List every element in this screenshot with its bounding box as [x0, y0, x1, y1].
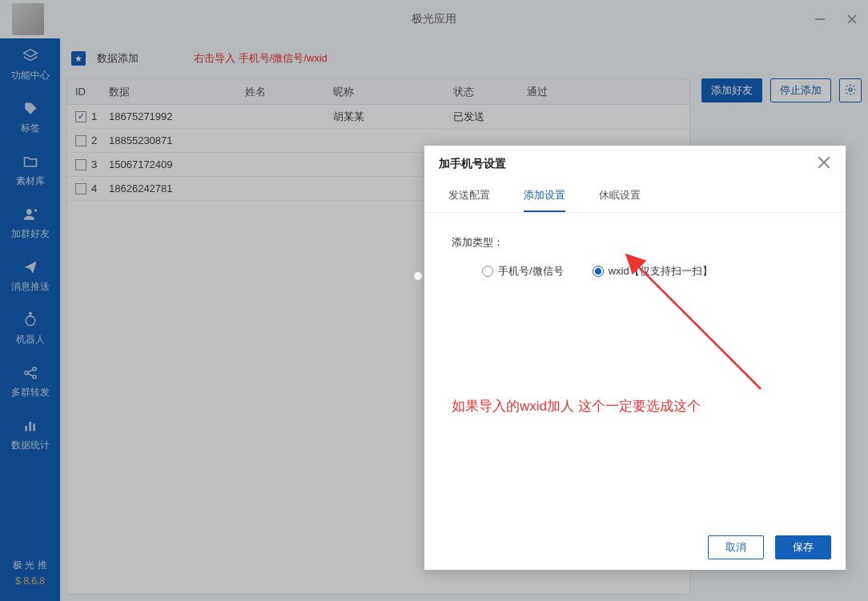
save-button[interactable]: 保存 [775, 535, 831, 559]
settings-modal: 加手机号设置 发送配置 添加设置 休眠设置 添加类型： 手机号/微信号 wxid… [424, 146, 846, 570]
add-type-label: 添加类型： [452, 235, 818, 250]
radio-group: 手机号/微信号 wxid【仅支持扫一扫】 [452, 264, 818, 278]
radio-label: 手机号/微信号 [498, 264, 564, 278]
annotation-text: 如果导入的wxid加人 这个一定要选成这个 [452, 397, 701, 415]
radio-phone-wechat[interactable]: 手机号/微信号 [482, 264, 564, 278]
svg-line-21 [637, 265, 761, 389]
modal-body: 添加类型： 手机号/微信号 wxid【仅支持扫一扫】 如果导入的wxid加人 这… [424, 213, 846, 525]
modal-footer: 取消 保存 [424, 525, 846, 570]
radio-wxid[interactable]: wxid【仅支持扫一扫】 [593, 264, 713, 278]
modal-overlay: 加手机号设置 发送配置 添加设置 休眠设置 添加类型： 手机号/微信号 wxid… [0, 0, 868, 601]
modal-header: 加手机号设置 [424, 146, 846, 182]
radio-label: wxid【仅支持扫一扫】 [609, 264, 713, 278]
tab-sleep-config[interactable]: 休眠设置 [599, 188, 641, 212]
modal-tabs: 发送配置 添加设置 休眠设置 [424, 182, 846, 213]
tab-send-config[interactable]: 发送配置 [448, 188, 490, 212]
loader-indicator [414, 272, 422, 280]
radio-circle-selected-icon [593, 266, 604, 277]
tab-add-config[interactable]: 添加设置 [524, 188, 565, 212]
radio-circle-icon [482, 266, 493, 277]
cancel-button[interactable]: 取消 [708, 535, 764, 559]
modal-title: 加手机号设置 [439, 157, 506, 171]
close-icon[interactable] [817, 155, 831, 173]
